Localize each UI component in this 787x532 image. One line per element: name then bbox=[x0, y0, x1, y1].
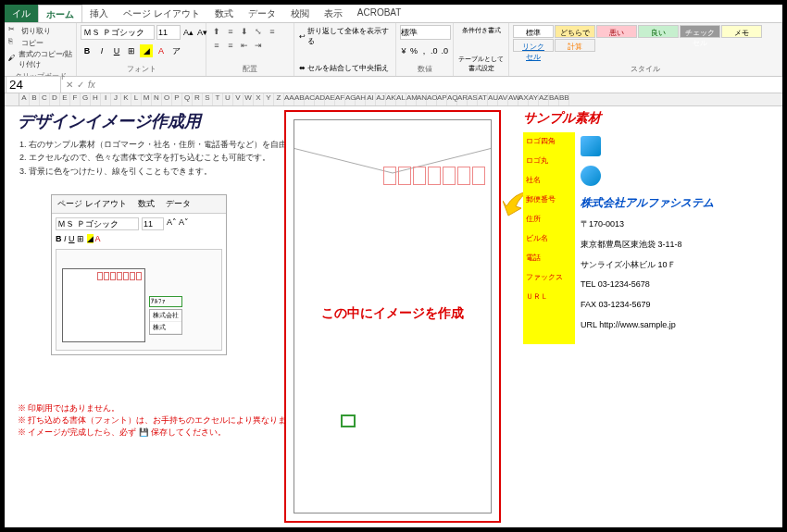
column-header[interactable]: V bbox=[233, 93, 244, 105]
style-bad[interactable]: 悪い bbox=[596, 25, 637, 38]
column-header[interactable]: AW bbox=[508, 93, 518, 105]
increase-decimal-icon[interactable]: .0 bbox=[430, 44, 439, 57]
tab-home[interactable]: ホーム bbox=[38, 5, 82, 22]
column-header[interactable]: P bbox=[172, 93, 182, 105]
font-color-button[interactable]: A bbox=[155, 44, 168, 57]
align-right-icon[interactable]: ≡ bbox=[224, 39, 237, 52]
column-header[interactable]: AH bbox=[356, 93, 366, 105]
column-header[interactable]: AO bbox=[427, 93, 437, 105]
wrap-text-button[interactable]: ↩折り返して全体を表示する bbox=[298, 25, 392, 47]
column-header[interactable]: W bbox=[244, 93, 254, 105]
column-header[interactable]: AV bbox=[498, 93, 508, 105]
percent-icon[interactable]: % bbox=[409, 44, 418, 57]
column-header[interactable]: C bbox=[40, 93, 50, 105]
column-header[interactable]: G bbox=[81, 93, 91, 105]
tab-data[interactable]: データ bbox=[241, 5, 283, 22]
orientation-icon[interactable]: ⤡ bbox=[252, 25, 265, 38]
style-check[interactable]: チェック セル bbox=[680, 25, 720, 38]
column-header[interactable]: BA bbox=[549, 93, 559, 105]
column-header[interactable]: AP bbox=[437, 93, 447, 105]
column-header[interactable]: Z bbox=[274, 93, 284, 105]
column-header[interactable]: AB bbox=[294, 93, 305, 105]
align-bottom-icon[interactable]: ⬇ bbox=[238, 25, 251, 38]
enter-icon[interactable]: ✓ bbox=[77, 80, 84, 90]
column-header[interactable]: E bbox=[60, 93, 70, 105]
worksheet[interactable]: デザインイメージ作成用 右のサンプル素材（ロゴマーク・社名・住所・電話番号など）… bbox=[5, 106, 782, 526]
column-header[interactable]: A bbox=[19, 93, 30, 105]
font-name-select[interactable] bbox=[81, 25, 155, 40]
postal-code[interactable]: 〒170-0013 bbox=[581, 218, 714, 231]
fax[interactable]: FAX 03-1234-5679 bbox=[581, 300, 714, 313]
column-header[interactable]: H bbox=[91, 93, 101, 105]
tab-review[interactable]: 校閲 bbox=[283, 5, 317, 22]
cancel-icon[interactable]: ✕ bbox=[66, 80, 73, 90]
format-painter-button[interactable]: 🖌書式のコピー/貼り付け bbox=[8, 49, 72, 69]
align-left-icon[interactable]: ≡ bbox=[266, 25, 279, 38]
building[interactable]: サンライズ小林ビル 10Ｆ bbox=[581, 259, 714, 272]
column-header[interactable]: BB bbox=[559, 93, 569, 105]
column-header[interactable]: AI bbox=[366, 93, 376, 105]
font-size-select[interactable] bbox=[156, 25, 181, 40]
column-header[interactable]: AX bbox=[518, 93, 529, 105]
italic-button[interactable]: I bbox=[95, 44, 108, 57]
column-header[interactable]: X bbox=[254, 93, 264, 105]
tab-view[interactable]: 表示 bbox=[317, 5, 350, 22]
increase-font-icon[interactable]: A▴ bbox=[182, 26, 194, 39]
column-header[interactable]: F bbox=[70, 93, 81, 105]
border-button[interactable]: ⊞ bbox=[125, 44, 138, 57]
column-header[interactable]: AZ bbox=[539, 93, 549, 105]
column-header[interactable]: AR bbox=[457, 93, 468, 105]
column-header[interactable]: AU bbox=[488, 93, 498, 105]
column-header[interactable]: AQ bbox=[447, 93, 457, 105]
envelope-design-area[interactable]: この中にイメージを作成 bbox=[284, 110, 501, 523]
column-header[interactable]: AN bbox=[417, 93, 427, 105]
currency-icon[interactable]: ¥ bbox=[400, 44, 407, 57]
column-header[interactable]: U bbox=[223, 93, 233, 105]
style-standard[interactable]: 標準 bbox=[513, 25, 554, 38]
style-neutral[interactable]: どちらでもない bbox=[555, 25, 595, 38]
copy-button[interactable]: ⎘コピー bbox=[8, 37, 72, 48]
column-header[interactable]: AT bbox=[478, 93, 488, 105]
column-header[interactable]: N bbox=[152, 93, 162, 105]
fill-color-button[interactable]: ◢ bbox=[140, 44, 153, 57]
column-header[interactable]: AA bbox=[284, 93, 294, 105]
column-header[interactable]: L bbox=[131, 93, 142, 105]
conditional-format-button[interactable]: 条件付き書式 bbox=[456, 25, 506, 36]
tab-file[interactable]: イル bbox=[5, 5, 38, 22]
decrease-decimal-icon[interactable]: .0 bbox=[440, 44, 449, 57]
tab-insert[interactable]: 挿入 bbox=[82, 5, 116, 22]
fx-icon[interactable]: fx bbox=[88, 80, 95, 90]
indent-right-icon[interactable]: ⇥ bbox=[252, 39, 265, 52]
logo-circle-icon[interactable] bbox=[581, 166, 601, 186]
column-header[interactable]: AG bbox=[345, 93, 356, 105]
style-link[interactable]: リンク セル bbox=[513, 39, 554, 52]
column-header[interactable]: Q bbox=[182, 93, 193, 105]
indent-left-icon[interactable]: ⇤ bbox=[238, 39, 251, 52]
align-middle-icon[interactable]: ≡ bbox=[224, 25, 237, 38]
align-top-icon[interactable]: ⬆ bbox=[210, 25, 223, 38]
column-header[interactable]: AE bbox=[325, 93, 335, 105]
logo-square-icon[interactable] bbox=[581, 136, 601, 156]
tab-formula[interactable]: 数式 bbox=[207, 5, 241, 22]
style-memo[interactable]: メモ bbox=[721, 25, 762, 38]
number-format-select[interactable] bbox=[400, 25, 451, 40]
column-header[interactable]: O bbox=[162, 93, 172, 105]
select-all-corner[interactable] bbox=[5, 93, 19, 105]
name-box[interactable] bbox=[6, 76, 61, 93]
column-header[interactable]: AJ bbox=[376, 93, 386, 105]
column-header[interactable]: K bbox=[121, 93, 131, 105]
column-header[interactable]: AF bbox=[335, 93, 345, 105]
column-header[interactable]: AK bbox=[386, 93, 396, 105]
column-header[interactable]: J bbox=[111, 93, 121, 105]
bold-button[interactable]: B bbox=[81, 44, 94, 57]
column-header[interactable]: S bbox=[203, 93, 213, 105]
format-as-table-button[interactable]: テーブルとして書式設定 bbox=[456, 54, 506, 74]
style-good[interactable]: 良い bbox=[638, 25, 679, 38]
formula-input[interactable] bbox=[99, 77, 782, 93]
column-header[interactable]: R bbox=[193, 93, 203, 105]
column-header[interactable]: M bbox=[142, 93, 152, 105]
active-cell-cursor[interactable] bbox=[341, 414, 356, 427]
column-header[interactable]: AM bbox=[406, 93, 417, 105]
column-header[interactable]: I bbox=[101, 93, 111, 105]
tab-page-layout[interactable]: ページ レイアウト bbox=[116, 5, 207, 22]
